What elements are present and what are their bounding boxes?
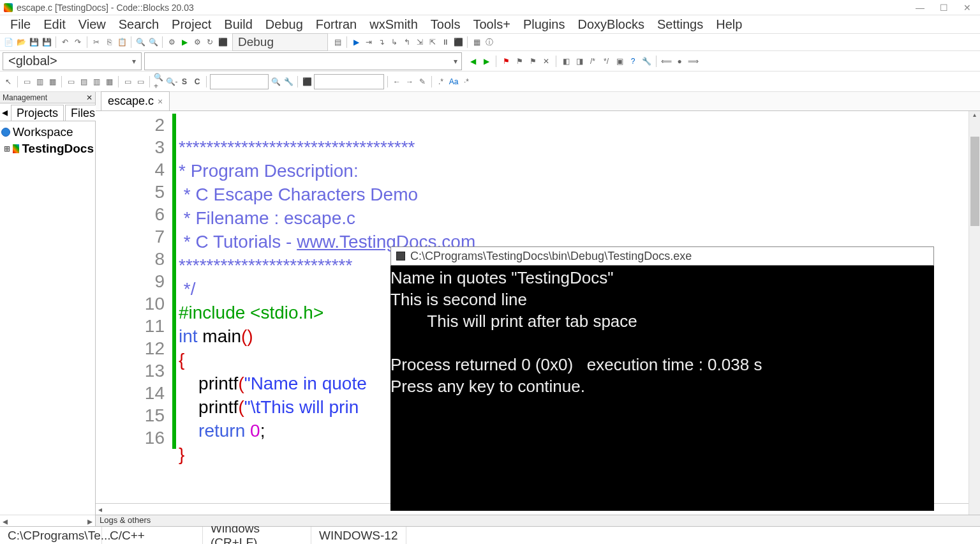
console-titlebar[interactable]: C:\CPrograms\TestingDocs\bin\Debug\Testi… [390, 246, 934, 266]
nav-back-icon[interactable]: ◀ [467, 56, 479, 67]
cut-icon[interactable]: ✂ [91, 36, 102, 48]
project-node[interactable]: ⊞ TestingDocs [1, 140, 94, 157]
paste-icon[interactable]: 📋 [116, 36, 128, 48]
workspace-node[interactable]: Workspace [1, 124, 94, 140]
step-instr-icon[interactable]: ⇱ [427, 36, 438, 48]
vertical-scrollbar[interactable]: ▴ [969, 111, 980, 515]
comment-block-icon[interactable]: /* [587, 56, 598, 67]
scope-dropdown[interactable]: <global> ▾ [3, 52, 142, 70]
menu-project[interactable]: Project [165, 16, 218, 33]
undo-icon[interactable]: ↶ [59, 36, 71, 48]
menu-plugins[interactable]: Plugins [517, 16, 572, 33]
hl-next-icon[interactable]: → [404, 76, 415, 87]
search-input-1[interactable] [210, 74, 269, 89]
menu-help[interactable]: Help [709, 16, 748, 33]
step-out-icon[interactable]: ↰ [401, 36, 413, 48]
next-line-icon[interactable]: ↴ [376, 36, 387, 48]
copy-icon[interactable]: ⎘ [103, 36, 115, 48]
layout-icon5[interactable]: ▤ [78, 76, 89, 87]
layout-icon2[interactable]: ▥ [34, 76, 45, 87]
clear-bookmark-icon[interactable]: ✕ [540, 56, 552, 67]
jump-fwd-icon[interactable]: ⟹ [687, 56, 699, 67]
close-button[interactable]: ✕ [963, 3, 971, 13]
build-icon[interactable]: ⚙ [166, 36, 177, 48]
tab-scroll-left-icon[interactable]: ◂ [0, 105, 10, 119]
search-go-icon[interactable]: 🔍 [270, 76, 281, 87]
layout-icon1[interactable]: ▭ [21, 76, 33, 87]
debug-windows-icon[interactable]: ▦ [471, 36, 482, 48]
doxy-icon2[interactable]: ◨ [574, 56, 585, 67]
run-icon[interactable]: ▶ [179, 36, 190, 48]
doxy-help-icon[interactable]: ? [627, 56, 639, 67]
layout-icon7[interactable]: ▦ [103, 76, 115, 87]
next-instr-icon[interactable]: ⇲ [414, 36, 426, 48]
expand-icon[interactable]: ⊞ [4, 144, 10, 153]
menu-tools[interactable]: Tools [424, 16, 467, 33]
management-close-icon[interactable]: ✕ [86, 93, 93, 102]
step-into-icon[interactable]: ↳ [389, 36, 400, 48]
layout-icon4[interactable]: ▭ [65, 76, 77, 87]
hl-prev-icon[interactable]: ← [391, 76, 403, 87]
break-icon[interactable]: ⏸ [440, 36, 451, 48]
build-target-dropdown[interactable]: Debug [232, 33, 328, 51]
search-opts-icon[interactable]: 🔧 [283, 76, 294, 87]
info-icon[interactable]: ⓘ [484, 36, 495, 48]
menu-fortran[interactable]: Fortran [309, 16, 363, 33]
whole-word-icon[interactable]: ·* [461, 76, 472, 87]
maximize-button[interactable]: ☐ [940, 3, 948, 13]
debug-continue-icon[interactable]: ▶ [350, 36, 362, 48]
save-all-icon[interactable]: 💾 [41, 36, 52, 48]
layout-icon9[interactable]: ▭ [135, 76, 146, 87]
bookmark-icon[interactable]: ⚑ [500, 56, 512, 67]
abort2-icon[interactable]: ⬛ [301, 76, 313, 87]
doxy-icon[interactable]: ◧ [560, 56, 572, 67]
toolbar-icon[interactable]: ▤ [332, 36, 343, 48]
menu-file[interactable]: File [4, 16, 37, 33]
build-run-icon[interactable]: ⚙ [191, 36, 203, 48]
layout-icon8[interactable]: ▭ [122, 76, 133, 87]
abort-icon[interactable]: ⬛ [217, 36, 228, 48]
doxy-config-icon[interactable]: 🔧 [641, 56, 652, 67]
doxy-run-icon[interactable]: ▣ [614, 56, 625, 67]
close-tab-icon[interactable]: × [158, 96, 163, 107]
find-icon[interactable]: 🔍 [135, 36, 146, 48]
comment-line-icon[interactable]: */ [600, 56, 612, 67]
regex-icon[interactable]: .* [435, 76, 447, 87]
menu-search[interactable]: Search [112, 16, 165, 33]
logs-panel-header[interactable]: Logs & others [96, 515, 980, 526]
replace-icon[interactable]: 🔍 [147, 36, 159, 48]
menu-build[interactable]: Build [218, 16, 258, 33]
file-tab-escape[interactable]: escape.c × [101, 91, 170, 110]
zoom-out-icon[interactable]: 🔍- [166, 76, 177, 87]
layout-icon3[interactable]: ▦ [47, 76, 58, 87]
jump-here-icon[interactable]: ● [674, 56, 685, 67]
new-file-icon[interactable]: 📄 [3, 36, 14, 48]
menu-doxyblocks[interactable]: DoxyBlocks [571, 16, 650, 33]
menu-view[interactable]: View [72, 16, 112, 33]
hl-marker-icon[interactable]: ✎ [417, 76, 428, 87]
next-bookmark-icon[interactable]: ⚑ [527, 56, 538, 67]
layout-icon6[interactable]: ▥ [91, 76, 102, 87]
search-input-2[interactable] [314, 74, 384, 89]
prev-bookmark-icon[interactable]: ⚑ [514, 56, 525, 67]
menu-settings[interactable]: Settings [651, 16, 709, 33]
nav-forward-icon[interactable]: ▶ [480, 56, 492, 67]
case-icon[interactable]: Aa [448, 76, 459, 87]
select-icon[interactable]: ↖ [3, 76, 14, 87]
run-to-cursor-icon[interactable]: ⇥ [363, 36, 375, 48]
menu-wxsmith[interactable]: wxSmith [363, 16, 424, 33]
stop-debug-icon[interactable]: ⬛ [452, 36, 464, 48]
symbol-dropdown[interactable]: ▾ [144, 52, 462, 70]
tab-projects[interactable]: Projects [11, 105, 64, 121]
save-icon[interactable]: 💾 [28, 36, 40, 48]
sidebar-scroll[interactable]: ◂▸ [0, 515, 95, 526]
redo-icon[interactable]: ↷ [72, 36, 84, 48]
open-file-icon[interactable]: 📂 [15, 36, 27, 48]
menu-toolsplus[interactable]: Tools+ [467, 16, 517, 33]
letter-s-icon[interactable]: S [179, 76, 190, 87]
jump-back-icon[interactable]: ⟸ [660, 56, 672, 67]
rebuild-icon[interactable]: ↻ [204, 36, 216, 48]
menu-edit[interactable]: Edit [37, 16, 71, 33]
menu-debug[interactable]: Debug [259, 16, 309, 33]
scrollbar-thumb[interactable] [970, 137, 979, 226]
